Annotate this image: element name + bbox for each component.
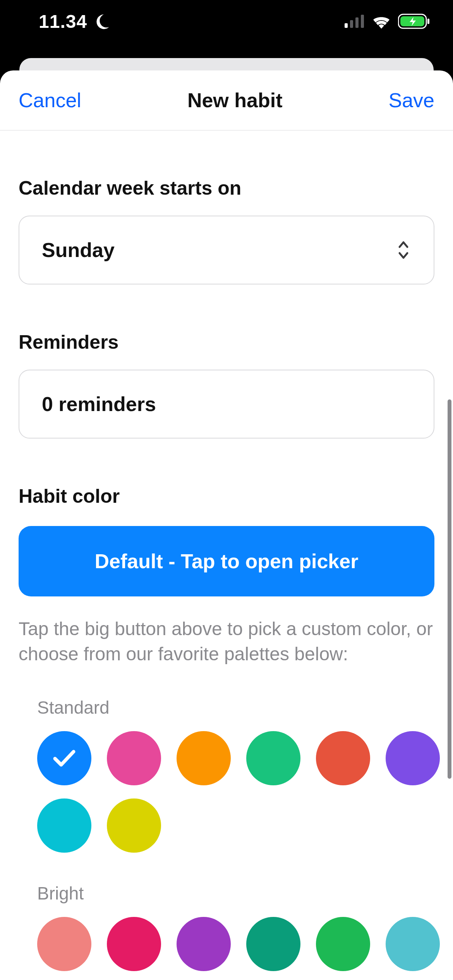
do-not-disturb-icon	[94, 13, 110, 29]
status-bar: 11.34	[0, 0, 453, 43]
swatch-bright-0[interactable]	[37, 917, 91, 971]
swatch-standard-0[interactable]	[37, 731, 91, 785]
svg-rect-2	[355, 17, 359, 28]
swatch-standard-4[interactable]	[316, 731, 370, 785]
swatch-bright-1[interactable]	[107, 917, 161, 971]
battery-charging-icon	[398, 14, 430, 29]
palette-standard-row1	[37, 731, 434, 785]
cellular-signal-icon	[345, 15, 365, 28]
svg-rect-6	[427, 19, 429, 24]
color-picker-button[interactable]: Default - Tap to open picker	[19, 526, 434, 596]
palette-standard-row2	[37, 798, 434, 853]
svg-rect-3	[361, 15, 364, 28]
modal-nav: Cancel New habit Save	[0, 70, 453, 130]
modal-sheet: Cancel New habit Save Calendar week star…	[0, 70, 453, 980]
reminders-label: Reminders	[19, 331, 434, 353]
scroll-indicator[interactable]	[448, 399, 451, 779]
svg-rect-0	[345, 23, 348, 28]
palette-bright-row1	[37, 917, 434, 971]
swatch-standard-1[interactable]	[107, 731, 161, 785]
modal-content: Calendar week starts on Sunday Reminders…	[0, 177, 453, 980]
swatch-bright-2[interactable]	[177, 917, 231, 971]
swatch-standard-6[interactable]	[37, 798, 91, 853]
swatch-standard-5[interactable]	[386, 731, 440, 785]
week-start-label: Calendar week starts on	[19, 177, 434, 199]
reminders-select[interactable]: 0 reminders	[19, 370, 434, 439]
reminders-value: 0 reminders	[42, 392, 156, 416]
save-button[interactable]: Save	[388, 89, 434, 112]
status-left: 11.34	[39, 11, 110, 32]
modal-title: New habit	[187, 89, 283, 112]
checkmark-icon	[53, 749, 76, 768]
habit-color-label: Habit color	[19, 485, 434, 507]
cancel-button[interactable]: Cancel	[19, 89, 81, 112]
status-clock: 11.34	[39, 11, 87, 32]
swatch-bright-3[interactable]	[246, 917, 300, 971]
week-start-select[interactable]: Sunday	[19, 216, 434, 284]
svg-rect-1	[350, 20, 353, 28]
swatch-bright-4[interactable]	[316, 917, 370, 971]
swatch-standard-2[interactable]	[177, 731, 231, 785]
swatch-bright-5[interactable]	[386, 917, 440, 971]
status-right	[345, 14, 430, 29]
wifi-icon	[372, 14, 391, 29]
week-start-value: Sunday	[42, 238, 115, 262]
palette-bright-title: Bright	[37, 883, 434, 904]
palette-standard-title: Standard	[37, 697, 434, 718]
swatch-standard-7[interactable]	[107, 798, 161, 853]
up-down-chevron-icon	[396, 239, 411, 261]
swatch-standard-3[interactable]	[246, 731, 300, 785]
color-hint-text: Tap the big button above to pick a custo…	[19, 617, 434, 667]
